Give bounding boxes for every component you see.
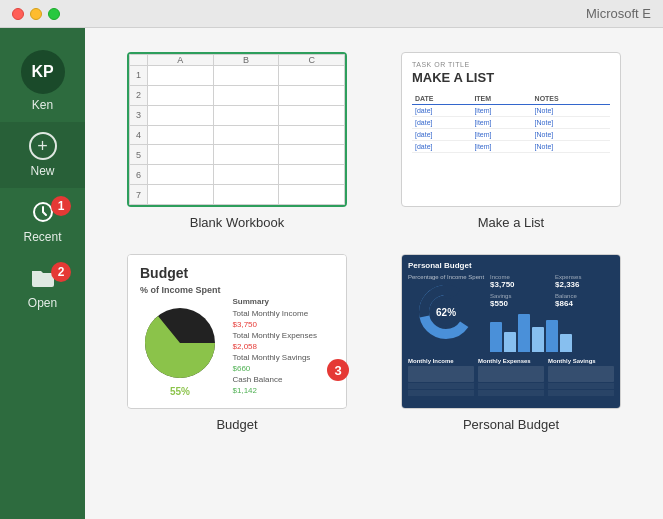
bar-6 [560, 334, 572, 352]
blank-workbook-thumbnail: A B C 1 2 3 4 5 6 [127, 52, 347, 207]
bar-1 [490, 322, 502, 352]
pb-monthly-income-table: Monthly Income [408, 358, 474, 396]
list-table: DATE ITEM NOTES [date][item][Note] [date… [412, 93, 610, 153]
window-title: Microsoft E [586, 6, 651, 21]
pb-body: Percentage of Income Spent 62% [408, 274, 614, 352]
bar-2 [504, 332, 516, 352]
open-badge: 2 [51, 262, 71, 282]
traffic-lights [12, 8, 60, 20]
pie-percent: 55% [170, 386, 190, 397]
summary-title: Summary [233, 297, 318, 306]
budget-summary: Summary Total Monthly Income $3,750 Tota… [233, 297, 318, 395]
pb-summary2: Savings $550 Balance $864 [490, 293, 614, 308]
budget-thumbnail: Budget % of Income Spent [127, 254, 347, 409]
avatar: KP [21, 50, 65, 94]
pb-title: Personal Budget [408, 261, 614, 270]
pb-section-label: Percentage of Income Spent [408, 274, 484, 280]
pb-table-area: Monthly Income Monthly Expenses [408, 358, 614, 396]
budget-subtitle: % of Income Spent [140, 285, 221, 295]
list-row: [date][item][Note] [412, 129, 610, 141]
template-make-a-list[interactable]: TASK OR TITLE MAKE A LIST DATE ITEM NOTE… [389, 52, 633, 230]
maximize-button[interactable] [48, 8, 60, 20]
main-layout: KP Ken + New Recent 1 [0, 28, 663, 519]
budget-summary-section: Summary Total Monthly Income $3,750 Tota… [233, 297, 318, 397]
pb-monthly-savings-table: Monthly Savings [548, 358, 614, 396]
pie-section: % of Income Spent 55% [140, 285, 221, 397]
sidebar-item-recent[interactable]: Recent 1 [0, 188, 85, 254]
income-value: $3,750 [233, 320, 318, 329]
template-grid: A B C 1 2 3 4 5 6 [115, 52, 633, 432]
budget-label: Budget [216, 417, 257, 432]
bar-5 [546, 320, 558, 352]
pb-savings-val: $550 [490, 299, 549, 308]
spreadsheet-preview: A B C 1 2 3 4 5 6 [129, 54, 345, 205]
donut-percent: 62% [436, 307, 456, 318]
close-button[interactable] [12, 8, 24, 20]
sidebar-new-label: New [30, 164, 54, 178]
pb-summary: Income $3,750 Expenses $2,336 [490, 274, 614, 289]
make-a-list-thumbnail: TASK OR TITLE MAKE A LIST DATE ITEM NOTE… [401, 52, 621, 207]
new-icon: + [29, 132, 57, 160]
sidebar-item-user[interactable]: KP Ken [0, 40, 85, 122]
sidebar-item-new[interactable]: + New [0, 122, 85, 188]
savings-value: $660 [233, 364, 318, 373]
pb-income-val: $3,750 [490, 280, 549, 289]
minimize-button[interactable] [30, 8, 42, 20]
pb-balance-val: $864 [555, 299, 614, 308]
bar-4 [532, 327, 544, 352]
col-item: ITEM [471, 93, 531, 105]
list-row: [date][item][Note] [412, 105, 610, 117]
blank-workbook-label: Blank Workbook [190, 215, 284, 230]
pb-expenses: Expenses $2,336 [555, 274, 614, 289]
budget-badge: 3 [327, 359, 349, 381]
budget-content: % of Income Spent 55% [140, 285, 334, 397]
list-row: [date][item][Note] [412, 117, 610, 129]
bar-3 [518, 314, 530, 352]
pb-right: Income $3,750 Expenses $2,336 [490, 274, 614, 352]
pb-bar-chart [490, 312, 614, 352]
personal-budget-preview: Personal Budget Percentage of Income Spe… [402, 255, 620, 408]
budget-preview: Budget % of Income Spent [128, 255, 346, 407]
sidebar-item-open[interactable]: Open 2 [0, 254, 85, 320]
sidebar-open-label: Open [28, 296, 57, 310]
template-budget[interactable]: Budget % of Income Spent [115, 254, 359, 432]
pie-chart: 55% [140, 303, 220, 383]
task-title: MAKE A LIST [412, 70, 610, 85]
list-preview: TASK OR TITLE MAKE A LIST DATE ITEM NOTE… [402, 53, 620, 161]
pb-donut-area: Percentage of Income Spent 62% [408, 274, 484, 352]
recent-badge: 1 [51, 196, 71, 216]
sidebar-recent-label: Recent [23, 230, 61, 244]
template-blank-workbook[interactable]: A B C 1 2 3 4 5 6 [115, 52, 359, 230]
pb-savings: Savings $550 [490, 293, 549, 308]
sidebar-user-name: Ken [32, 98, 53, 112]
col-notes: NOTES [532, 93, 610, 105]
content-area: A B C 1 2 3 4 5 6 [85, 28, 663, 519]
personal-budget-label: Personal Budget [463, 417, 559, 432]
make-a-list-label: Make a List [478, 215, 544, 230]
list-row: [date][item][Note] [412, 141, 610, 153]
template-personal-budget[interactable]: Personal Budget Percentage of Income Spe… [389, 254, 633, 432]
title-bar: Microsoft E [0, 0, 663, 28]
savings-line: Total Monthly Savings [233, 353, 318, 362]
budget-title: Budget [140, 265, 334, 281]
col-date: DATE [412, 93, 471, 105]
pb-monthly-expenses-table: Monthly Expenses [478, 358, 544, 396]
expenses-line: Total Monthly Expenses [233, 331, 318, 340]
task-header: TASK OR TITLE [412, 61, 610, 68]
pb-income: Income $3,750 [490, 274, 549, 289]
balance-line: Cash Balance [233, 375, 318, 384]
sidebar: KP Ken + New Recent 1 [0, 28, 85, 519]
income-line: Total Monthly Income [233, 309, 318, 318]
pb-expenses-val: $2,336 [555, 280, 614, 289]
personal-budget-thumbnail: Personal Budget Percentage of Income Spe… [401, 254, 621, 409]
pb-balance: Balance $864 [555, 293, 614, 308]
expenses-value: $2,058 [233, 342, 318, 351]
balance-value: $1,142 [233, 386, 318, 395]
pb-donut: 62% [416, 282, 476, 342]
